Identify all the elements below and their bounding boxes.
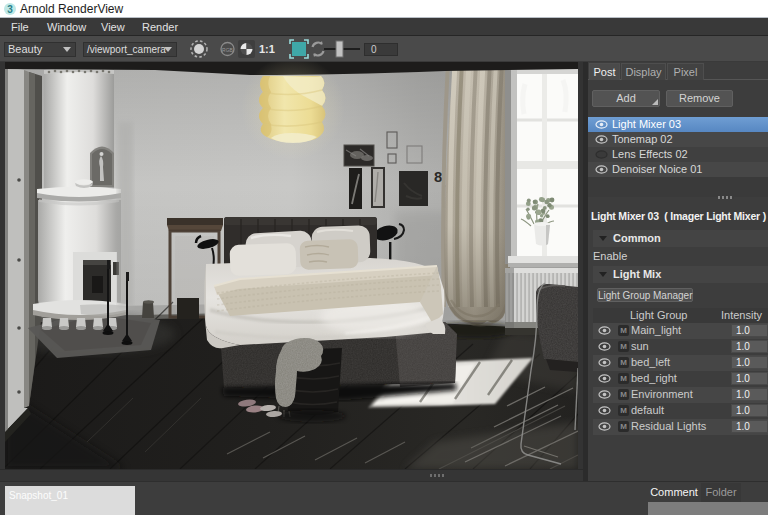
svg-text:8: 8 [434, 168, 442, 185]
svg-text:RGB: RGB [222, 47, 234, 53]
svg-text:3: 3 [7, 4, 13, 15]
